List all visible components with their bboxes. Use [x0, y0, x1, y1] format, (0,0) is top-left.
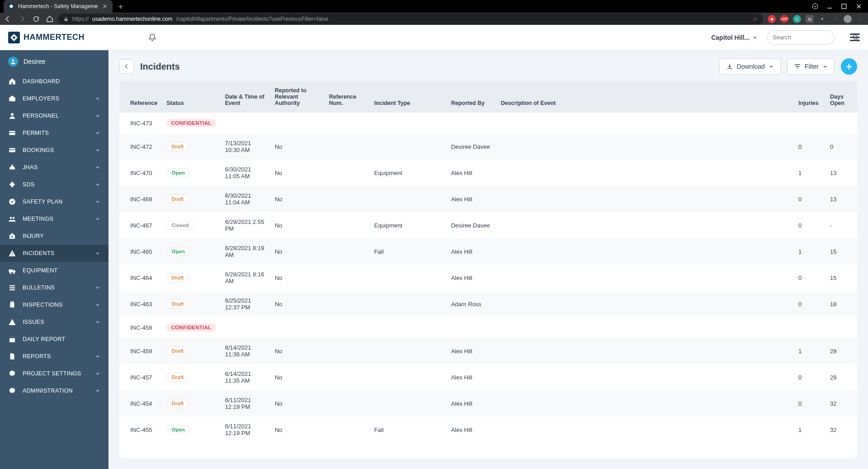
col-refnum[interactable]: Reference Num. [325, 81, 370, 113]
window-close-icon[interactable]: ✕ [855, 3, 862, 9]
browser-forward-icon[interactable] [18, 15, 26, 23]
brand-mark-icon [8, 32, 20, 43]
sidebar-item-jhas[interactable]: JHAS [0, 159, 108, 176]
cell-date: 6/25/2021 12:37 PM [221, 291, 270, 317]
col-reported-by[interactable]: Reported By [447, 81, 496, 113]
cell-days: - [826, 212, 857, 238]
cell-injuries: 1 [794, 417, 826, 443]
chrome-menu-icon[interactable]: ⋮ [856, 15, 864, 23]
table-row[interactable]: INC-458CONFIDENTIAL [119, 317, 857, 338]
table-row[interactable]: INC-454Draft6/11/2021 12:19 PMNoAlex Hil… [119, 390, 857, 417]
table-row[interactable]: INC-465Open6/28/2021 8:19 AMNoFallAlex H… [119, 238, 857, 265]
browser-address-bar[interactable]: https://usademo.hammertechonline.com/cap… [58, 14, 763, 24]
cell-reference: INC-464 [119, 265, 162, 291]
col-date[interactable]: Date & Time of Event [221, 81, 270, 113]
app-header: HAMMERTECH Capitol Hill... [0, 25, 868, 50]
back-button[interactable] [119, 59, 134, 74]
sidebar-item-incidents[interactable]: INCIDENTS [0, 245, 108, 262]
cell-authority [270, 317, 325, 338]
tab-close-icon[interactable]: ✕ [102, 3, 108, 9]
table-row[interactable]: INC-473CONFIDENTIAL [119, 113, 857, 133]
download-button[interactable]: Download [719, 58, 781, 75]
brand-logo[interactable]: HAMMERTECH [8, 32, 85, 43]
ext-icon-3[interactable]: C [793, 15, 801, 23]
ext-icon-4[interactable]: ▦ [806, 15, 814, 23]
cell-description [496, 238, 794, 265]
user-avatar-icon [8, 57, 18, 66]
search-input[interactable] [773, 34, 849, 41]
extensions-puzzle-icon[interactable]: ✦ [818, 15, 826, 23]
notifications-bell-icon[interactable] [148, 33, 157, 42]
main-menu-icon[interactable] [850, 33, 860, 41]
sidebar-item-injury[interactable]: INJURY [0, 227, 108, 245]
cell-authority: No [270, 364, 325, 390]
sidebar-item-issues[interactable]: ISSUES [0, 313, 108, 331]
table-row[interactable]: INC-469Draft6/30/2021 11:04 AMNoAlex Hil… [119, 186, 857, 212]
table-row[interactable]: INC-470Open6/30/2021 11:05 AMNoEquipment… [119, 160, 857, 186]
sidebar-item-permits[interactable]: PERMITS [0, 124, 108, 142]
col-injuries[interactable]: Injuries [794, 81, 826, 113]
sidebar-item-daily-report[interactable]: DAILY REPORT [0, 331, 108, 348]
cell-type: Fall [370, 238, 447, 265]
window-minimize-icon[interactable] [826, 3, 833, 9]
col-description[interactable]: Description of Event [496, 81, 794, 113]
ext-icon-abp[interactable]: ABP [780, 15, 788, 23]
new-tab-button[interactable]: ＋ [114, 0, 127, 13]
sidebar-item-inspections[interactable]: INSPECTIONS [0, 296, 108, 313]
table-row[interactable]: INC-455Open6/11/2021 12:19 PMNoFallAlex … [119, 417, 857, 443]
browser-tab[interactable]: Hammertech - Safety Manageme ✕ [4, 0, 113, 13]
chevron-down-icon [95, 182, 100, 187]
global-search[interactable] [767, 30, 835, 45]
cell-reported-by: Desiree Davee [447, 212, 496, 238]
col-authority[interactable]: Reported to Relevant Authority [270, 81, 325, 113]
cell-injuries: 0 [794, 265, 826, 291]
sidebar-item-administration[interactable]: ADMINISTRATION [0, 382, 108, 399]
table-row[interactable]: INC-463Draft6/25/2021 12:37 PMNoAdam Ros… [119, 291, 857, 317]
table-row[interactable]: INC-457Draft6/14/2021 11:35 AMNoAlex Hil… [119, 364, 857, 390]
sidebar-item-meetings[interactable]: MEETINGS [0, 210, 108, 227]
bookmark-star-icon[interactable]: ☆ [753, 16, 758, 22]
sidebar-item-dashboard[interactable]: DASHBOARD [0, 73, 108, 90]
filter-button[interactable]: Filter [787, 58, 835, 75]
svg-rect-20 [11, 233, 14, 235]
col-reference[interactable]: Reference [119, 81, 162, 113]
sidebar-item-equipment[interactable]: EQUIPMENT [0, 262, 108, 279]
add-incident-button[interactable]: ＋ [841, 58, 857, 75]
table-row[interactable]: INC-459Draft6/14/2021 11:36 AMNoAlex Hil… [119, 338, 857, 364]
cell-days: 29 [826, 338, 857, 364]
ext-menu-dots-icon[interactable]: ⋮ [831, 15, 839, 23]
chevron-down-icon [95, 354, 100, 359]
profile-avatar-icon[interactable] [844, 15, 852, 23]
chrome-down-icon[interactable] [812, 3, 818, 9]
browser-toolbar: https://usademo.hammertechonline.com/cap… [0, 13, 868, 25]
sidebar-item-bulletins[interactable]: BULLETINS [0, 279, 108, 296]
cell-refnum [325, 265, 370, 291]
table-row[interactable]: INC-467Closed6/29/2021 2:55 PMNoEquipmen… [119, 212, 857, 238]
cell-type: Equipment [370, 160, 447, 186]
browser-reload-icon[interactable] [33, 15, 40, 23]
browser-back-icon[interactable] [4, 15, 12, 23]
window-maximize-icon[interactable] [841, 3, 847, 9]
sidebar-item-employers[interactable]: EMPLOYERS [0, 90, 108, 107]
sidebar-item-bookings[interactable]: BOOKINGS [0, 142, 108, 159]
col-days[interactable]: Days Open [826, 81, 857, 113]
sidebar-item-reports[interactable]: REPORTS [0, 348, 108, 365]
cell-injuries: 0 [794, 364, 826, 390]
sidebar-item-project-settings[interactable]: PROJECT SETTINGS [0, 365, 108, 382]
cell-days [826, 113, 857, 133]
col-status[interactable]: Status [162, 81, 220, 113]
sidebar-item-personnel[interactable]: PERSONNEL [0, 107, 108, 124]
sidebar-item-safety-plan[interactable]: SAFETY PLAN [0, 193, 108, 210]
sidebar-user[interactable]: Desiree [0, 50, 108, 73]
table-row[interactable]: INC-472Draft7/13/2021 10:30 AMNoDesiree … [119, 133, 857, 160]
cell-status: Closed [162, 212, 220, 238]
site-selector[interactable]: Capitol Hill... [711, 34, 758, 41]
table-row[interactable]: INC-464Draft6/28/2021 8:16 AMNoAlex Hill… [119, 265, 857, 291]
browser-home-icon[interactable] [46, 15, 53, 23]
ext-icon-1[interactable]: ◆ [768, 15, 776, 23]
cell-authority: No [270, 417, 325, 443]
cell-days: 0 [826, 133, 857, 160]
cell-description [496, 317, 794, 338]
col-type[interactable]: Incident Type [370, 81, 447, 113]
sidebar-item-sds[interactable]: SDS [0, 176, 108, 193]
